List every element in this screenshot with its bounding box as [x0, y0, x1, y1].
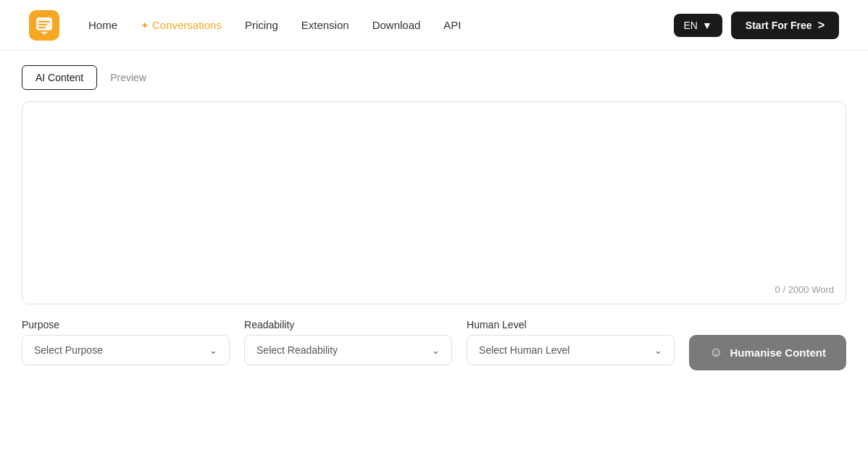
purpose-label: Purpose [22, 319, 230, 331]
conversations-label: Conversations [152, 19, 222, 31]
word-count: 0 / 2000 Word [775, 284, 834, 295]
human-level-group: Human Level Select Human Level ⌄ [467, 319, 675, 365]
nav-links: Home ✦ Conversations Pricing Extension D… [88, 19, 674, 31]
humanise-content-button[interactable]: ☺ Humanise Content [689, 335, 846, 370]
chevron-right-icon: > [818, 19, 825, 32]
readability-chevron-icon: ⌄ [432, 345, 440, 356]
purpose-group: Purpose Select Purpose ⌄ [22, 319, 230, 365]
chevron-down-icon: ▼ [702, 20, 712, 31]
nav-api[interactable]: API [443, 19, 461, 31]
purpose-select-value: Select Purpose [34, 344, 103, 356]
logo-icon [29, 10, 59, 41]
tab-preview[interactable]: Preview [97, 66, 159, 89]
human-level-select[interactable]: Select Human Level ⌄ [467, 335, 675, 365]
readability-select[interactable]: Select Readability ⌄ [244, 335, 452, 365]
nav-extension[interactable]: Extension [301, 19, 349, 31]
human-level-select-value: Select Human Level [479, 344, 569, 356]
nav-download[interactable]: Download [372, 19, 421, 31]
nav-conversations[interactable]: ✦ Conversations [141, 19, 222, 31]
language-button[interactable]: EN ▼ [674, 14, 722, 37]
language-label: EN [684, 20, 698, 31]
ai-content-input[interactable] [34, 114, 834, 288]
readability-group: Readability Select Readability ⌄ [244, 319, 452, 365]
text-editor-container: 0 / 2000 Word [22, 101, 846, 304]
main-content: AI Content Preview 0 / 2000 Word Purpose… [0, 51, 868, 453]
navbar: Home ✦ Conversations Pricing Extension D… [0, 0, 868, 51]
nav-right: EN ▼ Start For Free > [674, 12, 839, 39]
readability-label: Readability [244, 319, 452, 331]
tab-ai-content[interactable]: AI Content [22, 65, 97, 90]
face-icon: ☺ [709, 345, 722, 360]
purpose-chevron-icon: ⌄ [209, 345, 217, 356]
readability-select-value: Select Readability [256, 344, 338, 356]
purpose-select[interactable]: Select Purpose ⌄ [22, 335, 230, 365]
human-level-chevron-icon: ⌄ [654, 345, 662, 356]
sparkle-icon: ✦ [141, 20, 149, 31]
start-button-label: Start For Free [746, 20, 812, 31]
humanise-button-label: Humanise Content [730, 346, 826, 359]
page-wrapper: Home ✦ Conversations Pricing Extension D… [0, 0, 868, 453]
start-for-free-button[interactable]: Start For Free > [731, 12, 839, 39]
humanise-spacer [689, 319, 846, 331]
logo-container[interactable] [29, 10, 59, 41]
nav-pricing[interactable]: Pricing [245, 19, 278, 31]
controls-row: Purpose Select Purpose ⌄ Readability Sel… [22, 319, 846, 370]
tabs-container: AI Content Preview [22, 65, 846, 90]
nav-home[interactable]: Home [88, 19, 117, 31]
human-level-label: Human Level [467, 319, 675, 331]
humanise-group: ☺ Humanise Content [689, 319, 846, 370]
svg-marker-1 [41, 32, 48, 35]
